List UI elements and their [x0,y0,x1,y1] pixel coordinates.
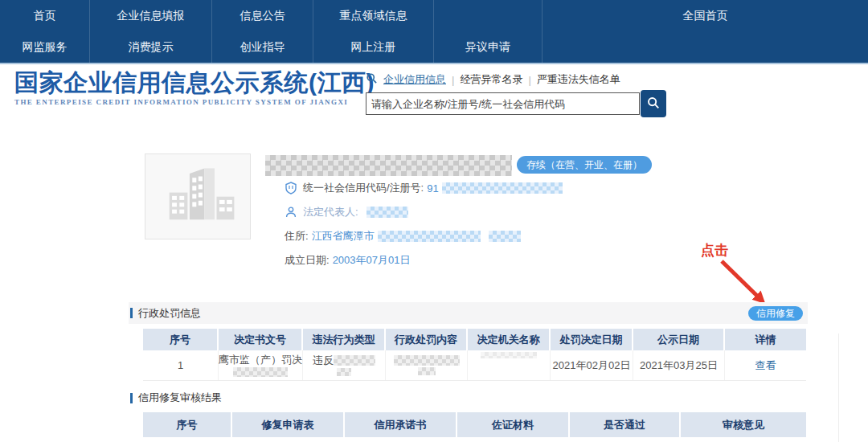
shield-icon [285,182,297,194]
redacted-block [337,368,351,376]
column-header: 是否通过 [570,412,681,437]
column-header: 决定书文号 [219,329,303,350]
column-header: 序号 [143,412,232,437]
column-header: 佐证材料 [457,412,570,437]
nav-item-enterprise-info-filling[interactable]: 企业信息填报 [90,0,212,31]
status-badge: 存续（在营、开业、在册） [517,156,652,174]
company-image-placeholder [145,153,251,239]
nav-item-online-registration[interactable]: 网上注册 [313,31,434,63]
site-title: 国家企业信用信息公示系统(江西) [14,69,375,96]
repair-table-header: 序号 修复申请表 信用承诺书 佐证材料 是否通过 审核意见 [143,412,806,437]
column-header: 修复申请表 [232,412,345,437]
search-icon [366,72,378,87]
nav-item-consumer-tips[interactable]: 消费提示 [90,31,212,63]
search-icon [646,96,661,113]
column-header: 违法行为类型 [303,329,386,350]
company-name-redacted [265,155,512,176]
credit-repair-button[interactable]: 信用修复 [748,306,803,321]
violation-type-prefix: 违反 [313,354,334,366]
page-divider-line [838,334,839,442]
address-line: 住所: 江西省鹰潭市 [285,229,521,244]
penalty-table: 序号 决定书文号 违法行为类型 行政处罚内容 决定机关名称 处罚决定日期 公示日… [143,329,806,381]
buildings-icon [156,162,240,232]
nav-item-key-field-info[interactable]: 重点领域信息 [313,0,434,31]
nav-spacer [542,31,868,63]
column-header: 处罚决定日期 [551,329,633,350]
founded-value: 2003年07月01日 [333,253,411,268]
column-header: 详情 [725,329,806,350]
address-value: 江西省鹰潭市 [312,229,375,244]
repair-table: 序号 修复申请表 信用承诺书 佐证材料 是否通过 审核意见 [143,412,806,437]
address-redacted [378,231,481,242]
search-category-links: 企业信用信息 | 经营异常名录 | 严重违法失信名单 [366,72,620,87]
nav-item-market-supervision[interactable]: 网监服务 [0,31,90,63]
address-redacted [489,231,521,242]
credit-code-prefix: 91 [427,182,438,194]
nav-item-home[interactable]: 首页 [0,0,90,31]
top-navigation: 首页 企业信息填报 信息公告 重点领域信息 全国首页 网监服务 消费提示 创业指… [0,0,868,64]
founded-line: 成立日期: 2003年07月01日 [285,253,410,268]
link-serious-violation-list[interactable]: 严重违法失信名单 [537,72,620,87]
nav-item-startup-guide[interactable]: 创业指导 [212,31,313,63]
column-header: 信用承诺书 [345,412,457,437]
section-accent-bar [130,393,133,403]
separator: | [452,74,454,86]
redacted-block [481,352,537,358]
column-header: 决定机关名称 [468,329,551,350]
redacted-block [334,355,375,366]
penalty-section-title: 行政处罚信息 [129,306,201,321]
separator: | [528,74,530,86]
redacted-block [233,367,288,377]
table-row: 1 鹰市监（产）罚决 违反 2021年02月02日 2021年03月25日 [143,350,806,381]
link-enterprise-credit-info[interactable]: 企业信用信息 [383,72,446,87]
page: 首页 企业信息填报 信息公告 重点领域信息 全国首页 网监服务 消费提示 创业指… [0,0,868,442]
nav-item-national-home[interactable]: 全国首页 [542,0,868,31]
legal-rep-line: 法定代表人: [285,205,408,219]
penalty-section-title-text: 行政处罚信息 [138,306,201,321]
address-label: 住所: [285,229,309,244]
search-button[interactable] [641,90,666,117]
site-subtitle: THE ENTERPEISE CREDIT INFORMATION PUBLIC… [14,98,375,106]
penalty-table-header: 序号 决定书文号 违法行为类型 行政处罚内容 决定机关名称 处罚决定日期 公示日… [143,329,806,350]
nav-spacer [434,0,542,31]
person-icon [285,206,297,219]
row-seq: 1 [178,359,183,371]
penalty-decision-date: 2021年02月02日 [553,359,631,371]
repair-section-title-text: 信用修复审核结果 [138,391,222,405]
link-abnormal-operations-list[interactable]: 经营异常名录 [460,72,522,87]
credit-code-line: 统一社会信用代码/注册号: 91 [285,181,563,195]
site-logo[interactable]: 国家企业信用信息公示系统(江西) THE ENTERPEISE CREDIT I… [14,69,375,106]
nav-item-info-announcement[interactable]: 信息公告 [212,0,313,31]
legal-rep-redacted [366,207,408,218]
founded-label: 成立日期: [285,253,330,268]
nav-item-objection-application[interactable]: 异议申请 [434,31,542,63]
redacted-block [418,367,436,375]
column-header: 序号 [143,329,219,350]
column-header: 审核意见 [681,412,806,437]
penalty-section-bar: 行政处罚信息 信用修复 [129,302,808,324]
credit-code-label: 统一社会信用代码/注册号: [303,181,424,195]
publicity-date: 2021年03月25日 [640,359,718,371]
column-header: 行政处罚内容 [386,329,468,350]
section-accent-bar [130,308,133,318]
repair-section-title: 信用修复审核结果 [129,391,222,405]
redacted-block [394,355,460,366]
view-detail-link[interactable]: 查看 [755,359,776,371]
legal-rep-label: 法定代表人: [303,205,358,219]
column-header: 公示日期 [633,329,725,350]
search-input[interactable] [366,92,640,115]
decision-doc-no: 鹰市监（产）罚决 [219,354,302,366]
credit-code-redacted [442,182,563,194]
